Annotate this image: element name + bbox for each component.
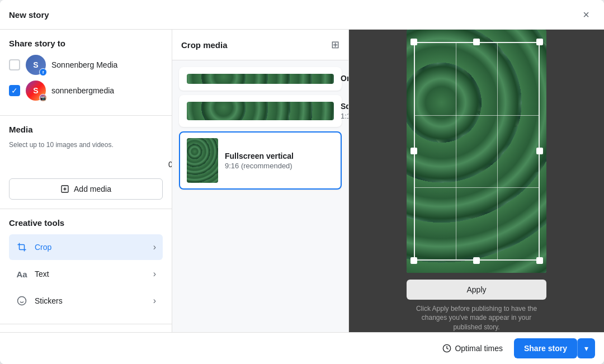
split-view-icon[interactable]: ⊞ [331,39,339,51]
clock-icon [442,344,451,353]
handle-bottom-right[interactable] [536,257,543,264]
avatar-ig: S 📷 [26,81,46,101]
handle-bottom-left[interactable] [410,257,417,264]
stickers-chevron: › [153,296,156,306]
preview-background [407,30,546,273]
handle-right-mid[interactable] [536,148,543,154]
checkbox-ig[interactable]: ✓ [9,85,20,96]
crop-info-fullscreen: Fullscreen vertical 9:16 (recommended) [225,152,334,170]
share-story-dropdown-button[interactable]: ▾ [577,338,595,358]
crop-ratio-square: 1:1 [341,112,349,120]
stickers-icon [16,295,28,307]
middle-panel: Crop media ⊞ Original Square 1:1 [172,30,349,332]
checkbox-fb[interactable] [9,59,20,70]
modal-header: New story × [0,0,604,30]
crop-ratio-fullscreen: 9:16 (recommended) [225,162,334,170]
crop-thumb-fullscreen [187,138,218,183]
share-story-button[interactable]: Share story [514,338,577,358]
crop-grid [414,42,540,261]
crop-media-title: Crop media [181,40,228,50]
crop-label: Crop [35,243,147,252]
account-name-ig: sonnenbergmedia [51,86,114,95]
text-icon: Aa [16,268,28,280]
text-chevron: › [153,269,156,279]
stickers-label: Stickers [35,296,147,305]
creative-tools-title: Creative tools [9,218,163,228]
modal-footer: Optimal times Share story ▾ [0,332,604,364]
tool-item-crop[interactable]: Crop › [9,234,163,260]
grid-line-h1 [415,115,539,116]
text-label: Text [35,270,147,278]
handle-top-left[interactable] [410,39,417,45]
modal-title: New story [9,10,49,20]
modal-body: Share story to S f Sonnenberg Media ✓ S … [0,30,604,332]
crop-chevron: › [153,242,156,252]
media-subtitle: Select up to 10 images and videos. [9,141,163,149]
media-item-label: 0.67:1 [168,160,172,169]
handle-top-mid[interactable] [473,39,480,45]
account-name-fb: Sonnenberg Media [51,60,117,69]
creative-tools-section: Creative tools Crop › [0,209,172,324]
handle-top-right[interactable] [536,39,543,45]
media-section: Media Select up to 10 images and videos.… [0,116,172,209]
add-media-button[interactable]: Add media [9,178,163,200]
fb-badge: f [39,68,47,76]
left-panel: Share story to S f Sonnenberg Media ✓ S … [0,30,172,332]
account-row-ig[interactable]: ✓ S 📷 sonnenbergmedia [9,81,163,101]
handle-bottom-mid[interactable] [473,257,480,264]
right-panel: Apply Click Apply before publishing to h… [349,30,604,332]
crop-name-original: Original [341,74,349,83]
share-section-title: Share story to [9,39,163,48]
crop-name-square: Square [341,102,349,111]
crop-thumb-original [187,74,334,84]
preview-container [407,30,546,273]
crop-option-square[interactable]: Square 1:1 [179,95,342,127]
crop-options-list: Original Square 1:1 Fullscreen vertical [172,60,348,196]
crop-option-fullscreen[interactable]: Fullscreen vertical 9:16 (recommended) [179,131,342,190]
additional-features-section: Additional features [0,324,172,332]
crop-info-square: Square 1:1 [341,102,349,120]
svg-point-1 [18,297,26,305]
crop-overlay [407,30,546,273]
apply-button[interactable]: Apply [407,280,546,300]
add-media-label: Add media [74,185,111,193]
new-story-modal: New story × Share story to S f Sonnenber… [0,0,604,364]
handle-left-mid[interactable] [410,148,417,154]
account-row-fb[interactable]: S f Sonnenberg Media [9,55,163,75]
grid-line-v1 [456,43,456,259]
crop-option-original[interactable]: Original [179,67,342,91]
media-item: 0.67:1 [9,155,163,173]
grid-line-h2 [415,187,539,188]
tool-item-stickers[interactable]: Stickers › [9,288,163,314]
ig-badge: 📷 [39,94,47,102]
close-button[interactable]: × [577,6,595,23]
crop-name-fullscreen: Fullscreen vertical [225,152,334,160]
crop-info-original: Original [341,74,349,84]
share-section: Share story to S f Sonnenberg Media ✓ S … [0,30,172,116]
avatar-fb: S f [26,55,46,75]
grid-line-v2 [497,43,498,259]
media-title: Media [9,125,163,134]
crop-icon [16,241,28,253]
optimal-times-button[interactable]: Optimal times [436,339,509,357]
crop-thumb-square [187,102,334,120]
optimal-times-label: Optimal times [455,344,503,353]
apply-note: Click Apply before publishing to have th… [407,304,546,332]
tool-item-text[interactable]: Aa Text › [9,261,163,287]
crop-header: Crop media ⊞ [172,30,348,60]
share-story-group: Share story ▾ [514,338,595,358]
